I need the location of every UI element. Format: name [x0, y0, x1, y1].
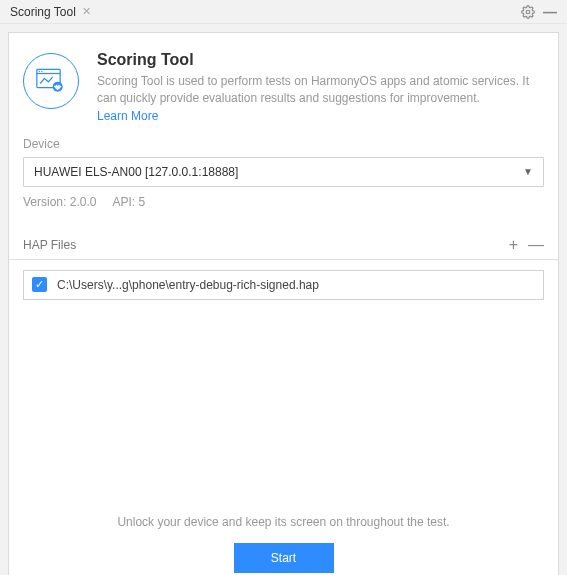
remove-hap-icon[interactable]: —	[528, 237, 544, 253]
footer: Unlock your device and keep its screen o…	[9, 515, 558, 573]
hap-actions: + —	[509, 237, 544, 253]
device-meta: Version: 2.0.0 API: 5	[23, 195, 544, 209]
minimize-icon[interactable]: —	[539, 4, 561, 20]
add-hap-icon[interactable]: +	[509, 237, 518, 253]
hap-title: HAP Files	[23, 238, 509, 252]
hap-path: C:\Users\y...g\phone\entry-debug-rich-si…	[57, 278, 319, 292]
api-text: API: 5	[112, 195, 145, 209]
gear-icon[interactable]	[517, 5, 539, 19]
header: Scoring Tool Scoring Tool is used to per…	[9, 33, 558, 137]
learn-more-link[interactable]: Learn More	[97, 109, 158, 123]
hap-header: HAP Files + —	[9, 237, 558, 260]
device-selected-value: HUAWEI ELS-AN00 [127.0.0.1:18888]	[34, 165, 238, 179]
hap-item[interactable]: ✓ C:\Users\y...g\phone\entry-debug-rich-…	[23, 270, 544, 300]
version-text: Version: 2.0.0	[23, 195, 96, 209]
hap-list: ✓ C:\Users\y...g\phone\entry-debug-rich-…	[9, 260, 558, 310]
svg-point-0	[526, 10, 530, 14]
footer-hint: Unlock your device and keep its screen o…	[117, 515, 449, 529]
hap-checkbox[interactable]: ✓	[32, 277, 47, 292]
tab-scoring-tool[interactable]: Scoring Tool ✕	[6, 3, 95, 21]
hap-section: HAP Files + — ✓ C:\Users\y...g\phone\ent…	[9, 237, 558, 310]
scoring-tool-icon	[23, 53, 79, 109]
device-section: Device HUAWEI ELS-AN00 [127.0.0.1:18888]…	[9, 137, 558, 209]
device-select[interactable]: HUAWEI ELS-AN00 [127.0.0.1:18888] ▼	[23, 157, 544, 187]
header-text: Scoring Tool Scoring Tool is used to per…	[97, 51, 544, 123]
svg-point-4	[41, 71, 42, 72]
device-label: Device	[23, 137, 544, 151]
tab-label: Scoring Tool	[10, 5, 76, 19]
close-icon[interactable]: ✕	[82, 5, 91, 18]
start-button[interactable]: Start	[234, 543, 334, 573]
chevron-down-icon: ▼	[523, 166, 533, 177]
svg-point-3	[39, 71, 40, 72]
page-title: Scoring Tool	[97, 51, 544, 69]
page-description: Scoring Tool is used to perform tests on…	[97, 73, 544, 107]
main-panel: Scoring Tool Scoring Tool is used to per…	[8, 32, 559, 575]
titlebar: Scoring Tool ✕ —	[0, 0, 567, 24]
